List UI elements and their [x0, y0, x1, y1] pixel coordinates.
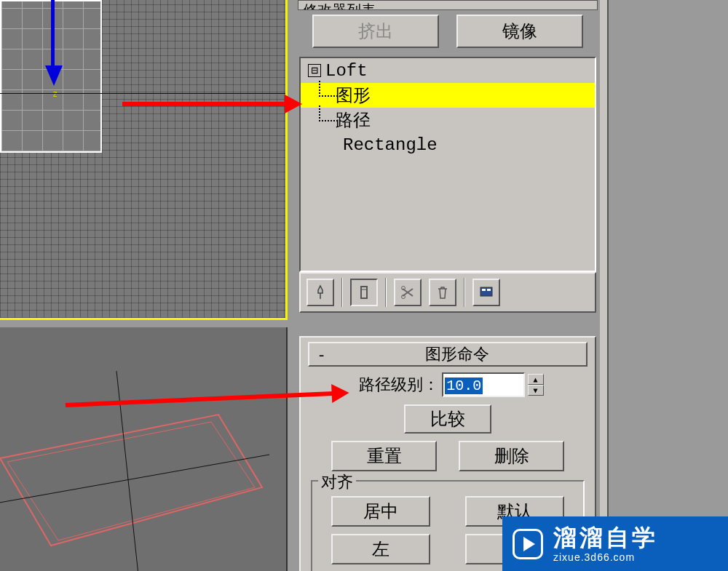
delete-button[interactable]: 删除	[459, 441, 564, 471]
compare-button[interactable]: 比较	[404, 404, 491, 434]
watermark: 溜溜自学 zixue.3d66.com	[502, 516, 728, 571]
scissor-icon	[400, 284, 416, 300]
separator-icon	[385, 278, 387, 307]
tree-item-label: 路径	[336, 108, 371, 132]
tree-item-label: Loft	[325, 61, 368, 81]
panel-gutter	[609, 0, 728, 571]
tree-item-rectangle[interactable]: Rectangle	[301, 132, 595, 157]
tree-item-shape[interactable]: 图形	[301, 83, 595, 108]
viewport-bottom[interactable]	[0, 327, 288, 571]
tree-item-label: Rectangle	[343, 135, 438, 155]
viewport-top[interactable]: z	[0, 0, 288, 320]
command-panel: 修改器列表 挤出 镜像 ⊟ Loft 图形 路径 Rectangle	[295, 0, 601, 571]
align-left-button[interactable]: 左	[331, 534, 430, 564]
stack-toolbar	[299, 272, 596, 313]
make-unique-button[interactable]	[394, 279, 422, 306]
path-level-spinner[interactable]: ▲ ▼	[528, 374, 544, 396]
config-icon	[478, 284, 494, 300]
path-level-input[interactable]: 10.0	[442, 372, 524, 397]
svg-line-2	[0, 455, 269, 508]
modifier-list-dropdown[interactable]: 修改器列表	[298, 0, 598, 10]
mirror-button[interactable]: 镜像	[456, 15, 583, 48]
rollup-title: 图形命令	[331, 343, 583, 365]
svg-rect-4	[361, 287, 367, 298]
configure-sets-button[interactable]	[472, 279, 500, 306]
collapse-icon[interactable]: ⊟	[308, 64, 321, 77]
rollup-header[interactable]: - 图形命令	[308, 342, 587, 367]
clip-icon	[356, 284, 372, 300]
separator-icon	[464, 278, 465, 307]
pin-icon	[312, 284, 328, 300]
svg-rect-10	[487, 289, 491, 291]
modifier-stack[interactable]: ⊟ Loft 图形 路径 Rectangle	[299, 57, 596, 272]
trash-icon	[435, 284, 451, 300]
spinner-up-icon[interactable]: ▲	[528, 374, 544, 385]
svg-rect-9	[482, 289, 486, 291]
modifier-list-label: 修改器列表	[303, 1, 376, 10]
separator-icon	[341, 278, 343, 307]
path-level-value: 10.0	[445, 378, 483, 394]
extrude-button[interactable]: 挤出	[312, 15, 439, 48]
svg-marker-0	[0, 415, 262, 546]
axis-z-label: z	[52, 89, 58, 99]
reset-button[interactable]: 重置	[331, 441, 437, 471]
horizon-line	[0, 93, 285, 94]
svg-marker-1	[7, 422, 255, 540]
pin-stack-button[interactable]	[306, 279, 334, 306]
spinner-down-icon[interactable]: ▼	[528, 385, 544, 396]
svg-rect-8	[480, 287, 492, 296]
watermark-title: 溜溜自学	[553, 524, 658, 551]
show-end-result-button[interactable]	[350, 279, 378, 306]
align-group-label: 对齐	[318, 471, 356, 493]
watermark-url: zixue.3d66.com	[553, 551, 658, 564]
minus-icon: -	[312, 346, 331, 364]
tree-item-loft[interactable]: ⊟ Loft	[301, 58, 595, 83]
remove-modifier-button[interactable]	[429, 279, 456, 306]
play-icon	[513, 529, 543, 559]
axis-z-arrow	[45, 0, 63, 86]
tree-item-label: 图形	[336, 84, 371, 107]
panel-edge	[600, 0, 609, 571]
annotation-arrow-1	[122, 102, 286, 106]
path-level-label: 路径级别：	[359, 374, 439, 396]
align-center-button[interactable]: 居中	[331, 496, 430, 527]
tree-item-path[interactable]: 路径	[301, 108, 595, 132]
